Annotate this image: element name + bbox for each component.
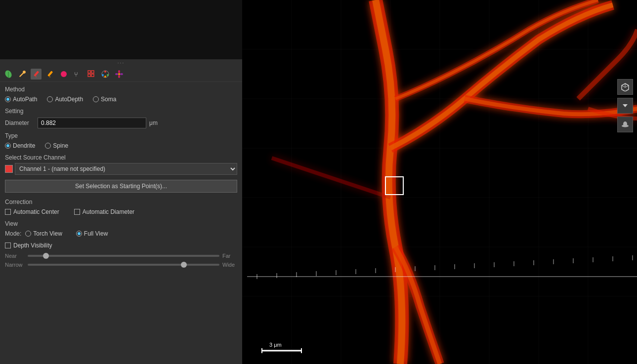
auto-center-checkbox[interactable]: Automatic Center — [5, 208, 59, 215]
dendrite-label: Dendrite — [13, 142, 35, 149]
soma-radio[interactable]: Soma — [93, 96, 116, 103]
controls-area: Method AutoPath AutoDepth Soma Setting D… — [0, 82, 242, 364]
narrow-wide-track[interactable] — [28, 264, 219, 266]
autodepth-label: AutoDepth — [55, 96, 83, 103]
auto-diameter-label: Automatic Diameter — [83, 208, 134, 215]
wrench-icon[interactable] — [17, 69, 28, 80]
method-label: Method — [5, 86, 237, 93]
narrow-wide-thumb[interactable] — [181, 262, 187, 268]
torch-view-radio[interactable]: Torch View — [25, 230, 62, 237]
view-mode-row: Mode: Torch View Full View — [5, 230, 237, 237]
depth-visibility-checkbox[interactable]: Depth Visibility — [5, 242, 52, 249]
fork-icon[interactable]: ⑂ — [72, 69, 83, 80]
near-far-slider-row: Near Far — [5, 253, 237, 259]
toolbar-row: ⑂ — [0, 67, 242, 82]
depth-visibility-row: Depth Visibility — [5, 242, 237, 249]
set-selection-button[interactable]: Set Selection as Starting Point(s)... — [5, 180, 237, 193]
view-section: View Mode: Torch View Full View — [5, 220, 237, 237]
neuron-visualization: 3 μm — [242, 0, 637, 364]
near-far-thumb[interactable] — [43, 253, 49, 259]
spine-radio-circle — [45, 143, 51, 149]
auto-center-label: Automatic Center — [13, 208, 59, 215]
hat-button[interactable] — [617, 117, 633, 132]
auto-diameter-box — [74, 209, 80, 215]
correction-checkbox-row: Automatic Center Automatic Diameter — [5, 208, 237, 215]
svg-point-21 — [115, 73, 118, 75]
full-view-label: Full View — [84, 230, 108, 237]
diameter-unit: μm — [149, 120, 158, 126]
view-label: View — [5, 220, 237, 227]
svg-rect-22 — [242, 0, 637, 364]
narrow-wide-slider-row: Narrow Wide — [5, 262, 237, 268]
svg-rect-8 — [88, 71, 90, 73]
leaf-icon[interactable] — [3, 69, 14, 80]
svg-marker-65 — [623, 104, 628, 107]
diameter-input[interactable] — [38, 118, 146, 128]
near-far-track[interactable] — [28, 255, 219, 257]
svg-point-15 — [102, 74, 104, 76]
svg-point-14 — [107, 74, 109, 76]
svg-text:3 μm: 3 μm — [269, 342, 282, 348]
channel-select-row: Channel 1 - (name not specified) — [5, 163, 237, 175]
svg-point-6 — [61, 71, 67, 77]
arrow-dropdown-button[interactable] — [617, 98, 633, 114]
channel-color-box — [5, 165, 13, 173]
svg-point-67 — [623, 121, 627, 126]
pencil-red-icon[interactable] — [31, 69, 42, 80]
palette-icon[interactable] — [100, 69, 111, 80]
diameter-label: Diameter — [5, 120, 35, 126]
circle-icon[interactable] — [58, 69, 69, 80]
spine-label: Spine — [53, 142, 68, 149]
method-radio-group: AutoPath AutoDepth Soma — [5, 96, 237, 103]
pencil-orange-icon[interactable] — [44, 69, 55, 80]
depth-visibility-box — [5, 243, 11, 248]
depth-visibility-label: Depth Visibility — [13, 242, 52, 249]
right-panel: 3 μm — [242, 0, 637, 364]
autopath-radio-circle — [5, 96, 11, 102]
source-channel-label: Select Source Channel — [5, 154, 237, 161]
diameter-row: Diameter μm — [5, 118, 237, 128]
svg-point-16 — [104, 76, 106, 78]
spine-radio[interactable]: Spine — [45, 142, 68, 149]
autopath-radio[interactable]: AutoPath — [5, 96, 37, 103]
svg-point-19 — [120, 73, 123, 75]
soma-radio-circle — [93, 96, 99, 102]
svg-point-20 — [118, 75, 120, 78]
channel-select[interactable]: Channel 1 - (name not specified) — [15, 163, 237, 175]
svg-point-13 — [104, 71, 106, 73]
preview-area — [0, 0, 242, 59]
correction-section: Correction Automatic Center Automatic Di… — [5, 199, 237, 215]
grid-icon[interactable] — [86, 69, 97, 80]
cube-button[interactable] — [617, 79, 633, 95]
correction-label: Correction — [5, 199, 237, 205]
flower-icon[interactable] — [114, 69, 125, 80]
auto-center-box — [5, 209, 11, 215]
svg-marker-3 — [36, 77, 37, 78]
mode-label: Mode: — [5, 230, 21, 237]
svg-rect-11 — [91, 74, 94, 77]
type-label: Type — [5, 132, 237, 139]
torch-view-label: Torch View — [33, 230, 62, 237]
autodepth-radio[interactable]: AutoDepth — [47, 96, 83, 103]
svg-point-17 — [118, 73, 120, 75]
full-view-circle — [76, 231, 82, 237]
svg-point-18 — [118, 70, 120, 73]
near-label: Near — [5, 253, 25, 259]
auto-diameter-checkbox[interactable]: Automatic Diameter — [74, 208, 134, 215]
type-radio-group: Dendrite Spine — [5, 142, 237, 149]
svg-rect-10 — [88, 74, 90, 77]
narrow-label: Narrow — [5, 262, 25, 268]
torch-view-circle — [25, 231, 31, 237]
svg-marker-5 — [49, 77, 50, 78]
dendrite-radio-circle — [5, 143, 11, 149]
right-icons-panel — [617, 79, 633, 132]
wide-label: Wide — [222, 262, 237, 268]
svg-rect-2 — [34, 71, 39, 77]
svg-line-64 — [625, 85, 629, 87]
svg-line-63 — [622, 85, 625, 87]
svg-rect-9 — [91, 71, 94, 73]
dendrite-radio[interactable]: Dendrite — [5, 142, 35, 149]
far-label: Far — [222, 253, 237, 259]
full-view-radio[interactable]: Full View — [76, 230, 108, 237]
soma-label: Soma — [101, 96, 116, 103]
